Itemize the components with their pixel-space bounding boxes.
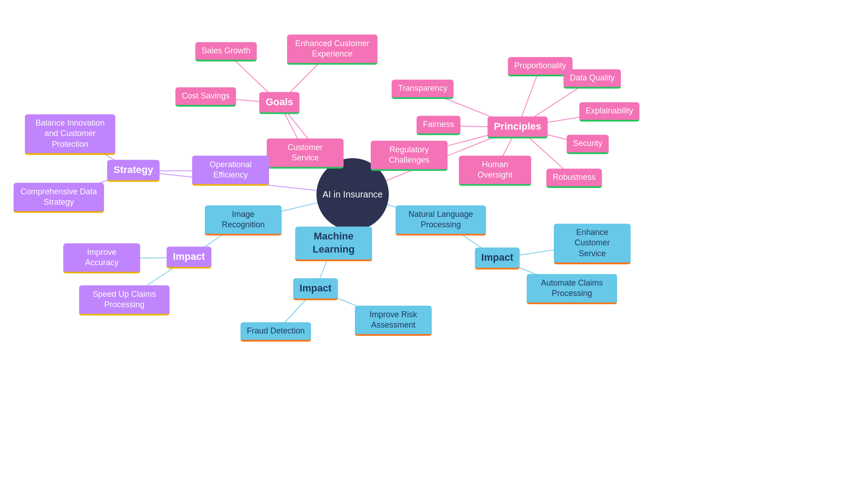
node-imageRecognition[interactable]: Image Recognition bbox=[205, 206, 282, 236]
node-operationalEfficiency[interactable]: Operational Efficiency bbox=[192, 156, 269, 186]
node-impactML[interactable]: Impact bbox=[293, 278, 338, 300]
node-improveAccuracy[interactable]: Improve Accuracy bbox=[63, 244, 140, 274]
node-humanOversight[interactable]: Human Oversight bbox=[459, 156, 531, 186]
node-principles[interactable]: Principles bbox=[487, 117, 547, 139]
mindmap-canvas: AI in InsuranceGoalsSales GrowthEnhanced… bbox=[0, 0, 868, 488]
node-enhanceCustomerService[interactable]: Enhance Customer Service bbox=[554, 224, 631, 264]
node-impactLeft[interactable]: Impact bbox=[167, 247, 212, 269]
node-transparency[interactable]: Transparency bbox=[392, 80, 453, 99]
node-machineLearning[interactable]: Machine Learning bbox=[295, 226, 372, 261]
node-balanceInnovation[interactable]: Balance Innovation and Customer Protecti… bbox=[25, 114, 115, 155]
node-fraudDetection[interactable]: Fraud Detection bbox=[241, 322, 311, 342]
node-strategy[interactable]: Strategy bbox=[107, 160, 160, 182]
node-robustness[interactable]: Robustness bbox=[546, 169, 602, 188]
node-comprehensiveData[interactable]: Comprehensive Data Strategy bbox=[14, 183, 104, 213]
node-speedUpClaims[interactable]: Speed Up Claims Processing bbox=[79, 286, 170, 316]
node-nlp[interactable]: Natural Language Processing bbox=[396, 206, 486, 236]
node-proportionality[interactable]: Proportionality bbox=[508, 57, 572, 76]
node-salesGrowth[interactable]: Sales Growth bbox=[195, 42, 257, 61]
node-enhancedCustomerExp[interactable]: Enhanced Customer Experience bbox=[287, 35, 377, 65]
node-costSavings[interactable]: Cost Savings bbox=[175, 87, 236, 107]
node-fairness[interactable]: Fairness bbox=[416, 116, 460, 135]
node-impactNLP[interactable]: Impact bbox=[475, 248, 520, 270]
node-automateClaims[interactable]: Automate Claims Processing bbox=[527, 274, 617, 305]
node-improveRisk[interactable]: Improve Risk Assessment bbox=[355, 306, 432, 336]
node-dataQuality[interactable]: Data Quality bbox=[563, 69, 621, 89]
node-regulatoryChallenges[interactable]: Regulatory Challenges bbox=[371, 141, 448, 171]
node-customerService[interactable]: Customer Service bbox=[267, 139, 344, 169]
node-security[interactable]: Security bbox=[566, 135, 609, 154]
node-goals[interactable]: Goals bbox=[259, 92, 299, 114]
node-explainability[interactable]: Explainability bbox=[579, 102, 639, 122]
